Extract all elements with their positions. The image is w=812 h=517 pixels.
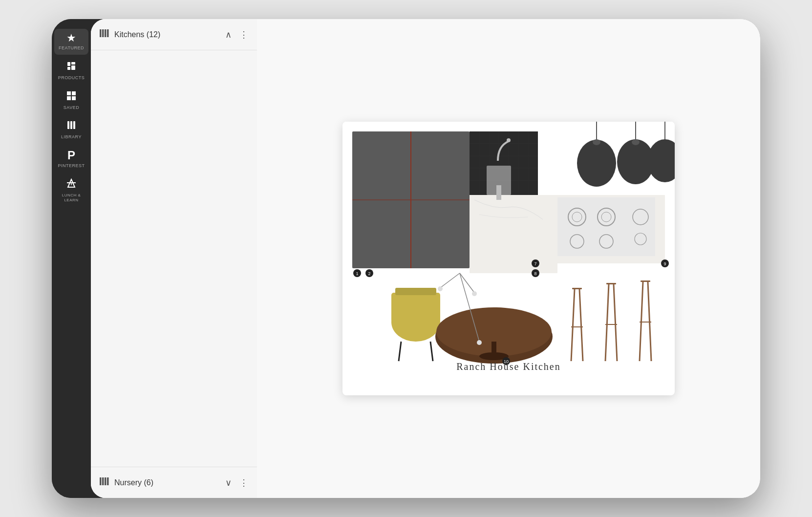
svg-rect-10 [73, 121, 75, 129]
saved-icon [66, 90, 77, 103]
svg-rect-16 [105, 29, 107, 37]
svg-rect-3 [71, 65, 75, 70]
svg-text:9: 9 [663, 261, 666, 266]
pinterest-icon: P [67, 150, 75, 161]
kitchens-more-button[interactable]: ⋮ [238, 28, 249, 41]
svg-rect-143 [641, 280, 650, 282]
list-item[interactable]: Free by Poliform [91, 52, 257, 54]
svg-point-119 [577, 140, 616, 187]
sidebar-item-library[interactable]: LIBRARY [54, 116, 88, 144]
sidebar-item-saved-label: SAVED [64, 105, 79, 110]
kitchens-section-title: Kitchens (12) [114, 30, 224, 39]
moodboard-panel: 1 2 7 8 9 10 [257, 19, 760, 498]
svg-rect-7 [72, 96, 76, 100]
nursery-section-actions: ∨ ⋮ [224, 476, 249, 489]
svg-rect-0 [67, 62, 70, 66]
svg-rect-85 [105, 477, 107, 485]
main-content: Kitchens (12) ∧ ⋮ [91, 19, 760, 498]
svg-rect-2 [67, 67, 70, 70]
svg-point-106 [507, 138, 511, 142]
svg-rect-135 [572, 288, 582, 289]
moodboard-canvas: 1 2 7 8 9 10 [342, 122, 675, 371]
svg-rect-4 [67, 91, 71, 95]
svg-rect-134 [491, 342, 496, 356]
svg-rect-6 [67, 96, 71, 100]
list-panel: Kitchens (12) ∧ ⋮ [91, 19, 257, 498]
sidebar-nav: ★ FEATURED PRODUCTS [52, 19, 91, 498]
sidebar-item-featured[interactable]: ★ FEATURED [54, 29, 88, 55]
section-header-actions: ∧ ⋮ [224, 28, 249, 41]
svg-rect-8 [67, 121, 69, 129]
sidebar-item-lunch[interactable]: LUNCH &LEARN [54, 174, 88, 206]
svg-rect-127 [391, 293, 440, 322]
svg-rect-128 [395, 288, 436, 295]
scrollbar[interactable] [91, 54, 95, 467]
list-items: Free by Poliform Haleigh Wire Dome Penda… [91, 50, 257, 54]
products-icon [66, 61, 77, 73]
svg-point-123 [632, 139, 640, 145]
svg-rect-1 [71, 62, 75, 65]
sidebar-item-products-label: PRODUCTS [58, 75, 85, 81]
nursery-section-header: Nursery (6) ∨ ⋮ [91, 467, 257, 498]
svg-rect-86 [107, 477, 109, 485]
svg-text:8: 8 [534, 271, 536, 276]
svg-point-120 [593, 139, 600, 145]
sidebar-item-lunch-label: LUNCH &LEARN [62, 193, 81, 202]
sidebar-item-library-label: LIBRARY [61, 134, 82, 140]
kitchens-section-icon [99, 28, 109, 41]
svg-rect-14 [100, 29, 102, 37]
sidebar-item-featured-label: FEATURED [59, 45, 84, 51]
sidebar-item-saved[interactable]: SAVED [54, 86, 88, 114]
svg-rect-9 [70, 121, 72, 129]
library-icon [66, 120, 77, 132]
kitchens-collapse-button[interactable]: ∧ [224, 28, 233, 41]
svg-text:2: 2 [368, 271, 370, 276]
nursery-section-title: Nursery (6) [114, 478, 224, 487]
svg-point-164 [477, 340, 482, 345]
svg-rect-139 [606, 283, 616, 284]
svg-text:7: 7 [534, 261, 536, 266]
kitchens-section-header: Kitchens (12) ∧ ⋮ [91, 19, 257, 50]
lunch-icon [66, 178, 77, 191]
svg-rect-84 [102, 477, 104, 485]
svg-rect-13 [67, 182, 76, 183]
moodboard-card: 1 2 7 8 9 10 [342, 122, 675, 395]
nursery-section-icon [99, 476, 109, 489]
featured-icon: ★ [66, 33, 76, 43]
svg-rect-5 [72, 91, 76, 95]
svg-rect-15 [102, 29, 104, 37]
sidebar-item-products[interactable]: PRODUCTS [54, 57, 88, 85]
svg-point-162 [438, 286, 443, 291]
sidebar-item-pinterest[interactable]: P PINTEREST [54, 146, 88, 172]
svg-rect-107 [496, 185, 501, 200]
svg-rect-109 [557, 197, 655, 256]
svg-rect-83 [100, 477, 102, 485]
svg-point-163 [472, 291, 477, 296]
sidebar-item-pinterest-label: PINTEREST [58, 163, 85, 169]
svg-text:Ranch House Kitchen: Ranch House Kitchen [456, 361, 561, 371]
nursery-more-button[interactable]: ⋮ [238, 476, 249, 489]
svg-text:1: 1 [356, 271, 358, 276]
svg-rect-17 [107, 29, 109, 37]
nursery-expand-button[interactable]: ∨ [224, 476, 233, 489]
